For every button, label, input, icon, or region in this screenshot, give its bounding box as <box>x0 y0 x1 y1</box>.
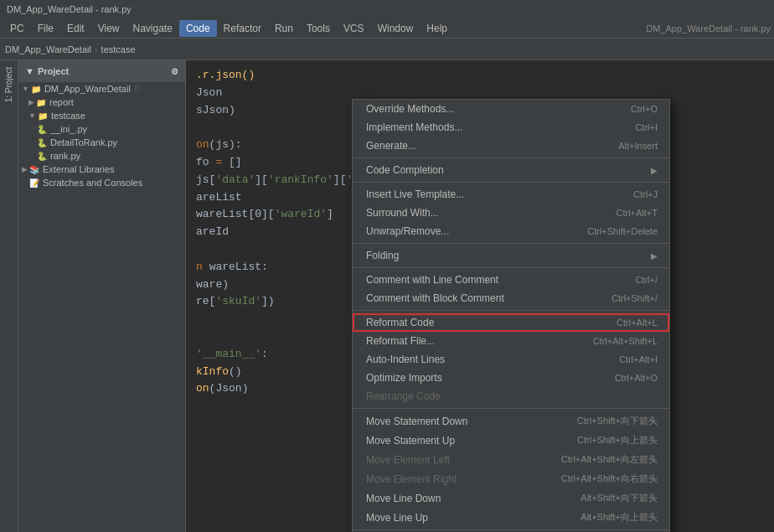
menu-generate[interactable]: Generate... Alt+Insert <box>353 137 669 155</box>
sep4 <box>353 267 669 268</box>
sidebar-tab-label[interactable]: 1: Project <box>3 64 15 106</box>
tree-label-report: report <box>49 97 74 107</box>
sep6 <box>353 408 669 409</box>
menu-code-completion[interactable]: Code Completion ▶ <box>353 161 669 179</box>
tree-label-extlibs: External Libraries <box>43 164 115 174</box>
menu-auto-indent[interactable]: Auto-Indent Lines Ctrl+Alt+I <box>353 350 669 369</box>
breadcrumb-bar: DM_App_WareDetail › testcase <box>0 39 774 60</box>
breadcrumb-part1[interactable]: DM_App_WareDetail <box>5 44 91 54</box>
tree-label-ini: __ini_.py <box>50 124 87 134</box>
sep5 <box>353 310 669 311</box>
menu-navigate[interactable]: Navigate <box>126 20 179 37</box>
tree-label-scratches: Scratches and Consoles <box>43 178 142 188</box>
breadcrumb-part2[interactable]: testcase <box>101 44 136 54</box>
sidebar-tab[interactable]: 1: Project <box>0 60 18 532</box>
menu-folding[interactable]: Folding ▶ <box>353 246 669 265</box>
menu-vcs[interactable]: VCS <box>337 20 371 37</box>
menu-insert-live-template[interactable]: Insert Live Template... Ctrl+J <box>353 185 669 204</box>
tree-item-root[interactable]: ▼ 📁 DM_App_WareDetail D <box>18 82 185 96</box>
menu-code[interactable]: Code <box>179 20 217 37</box>
panel-options[interactable]: ⚙ <box>171 67 178 76</box>
menu-move-elem-left: Move Element Left Ctrl+Alt+Shift+向左箭头 <box>353 450 669 469</box>
menu-refactor[interactable]: Refactor <box>217 20 268 37</box>
tree-label-detailtorank: DetailToRank.py <box>50 137 117 147</box>
sep2 <box>353 182 669 183</box>
title-bar: DM_App_WareDetail - rank.py <box>0 0 774 18</box>
tree-item-rank[interactable]: 🐍 rank.py <box>18 149 185 163</box>
menu-bar: PC File Edit View Navigate Code Refactor… <box>0 18 774 39</box>
menu-unwrap-remove[interactable]: Unwrap/Remove... Ctrl+Shift+Delete <box>353 222 669 240</box>
sep3 <box>353 243 669 244</box>
menu-move-stmt-up[interactable]: Move Statement Up Ctrl+Shift+向上箭头 <box>353 431 669 450</box>
tree-item-testcase[interactable]: ▼ 📁 testcase <box>18 109 185 122</box>
window-title: DM_App_WareDetail - rank.py <box>454 23 771 34</box>
menu-move-line-down[interactable]: Move Line Down Alt+Shift+向下箭头 <box>353 488 669 508</box>
tree-label-rank: rank.py <box>50 151 80 161</box>
menu-edit[interactable]: Edit <box>60 20 91 37</box>
tree-label-testcase: testcase <box>51 111 85 121</box>
project-panel: ▼ Project ⚙ ▼ 📁 DM_App_WareDetail D ▶ 📁 … <box>18 60 186 532</box>
tree-label-root: DM_App_WareDetail <box>44 84 131 94</box>
panel-title: Project <box>38 66 69 76</box>
tree-item-ini[interactable]: 🐍 __ini_.py <box>18 122 185 136</box>
menu-run[interactable]: Run <box>268 20 300 37</box>
menu-optimize-imports[interactable]: Optimize Imports Ctrl+Alt+O <box>353 369 669 387</box>
panel-arrow: ▼ <box>25 66 34 76</box>
menu-pc[interactable]: PC <box>3 20 31 37</box>
editor-area[interactable]: .r.json() Json sJson) on(js): fo = [] js… <box>186 60 774 532</box>
tree-label-root-suffix: D <box>134 85 140 94</box>
menu-comment-block[interactable]: Comment with Block Comment Ctrl+Shift+/ <box>353 289 669 307</box>
menu-override-methods[interactable]: Override Methods... Ctrl+O <box>353 100 669 118</box>
tree-item-extlibs[interactable]: ▶ 📚 External Libraries <box>18 163 185 176</box>
menu-file[interactable]: File <box>31 20 60 37</box>
menu-rearrange-code: Rearrange Code <box>353 387 669 405</box>
menu-move-stmt-down[interactable]: Move Statement Down Ctrl+Shift+向下箭头 <box>353 411 669 431</box>
main-area: 1: Project ▼ Project ⚙ ▼ 📁 DM_App_WareDe… <box>0 60 774 532</box>
menu-window[interactable]: Window <box>371 20 421 37</box>
tree-item-detailtorank[interactable]: 🐍 DetailToRank.py <box>18 136 185 149</box>
menu-surround-with[interactable]: Surround With... Ctrl+Alt+T <box>353 204 669 222</box>
dropdown-menu: Override Methods... Ctrl+O Implement Met… <box>352 99 670 532</box>
tree-item-report[interactable]: ▶ 📁 report <box>18 96 185 109</box>
breadcrumb-sep1: › <box>95 44 98 54</box>
tree-item-scratches[interactable]: ▶ 📝 Scratches and Consoles <box>18 176 185 189</box>
menu-help[interactable]: Help <box>420 20 454 37</box>
menu-reformat-code[interactable]: Reformat Code Ctrl+Alt+L <box>353 313 669 332</box>
code-line-1: .r.json() <box>196 67 764 85</box>
menu-view[interactable]: View <box>91 20 126 37</box>
menu-tools[interactable]: Tools <box>300 20 337 37</box>
menu-reformat-file[interactable]: Reformat File... Ctrl+Alt+Shift+L <box>353 332 669 350</box>
sep1 <box>353 158 669 158</box>
menu-move-elem-right: Move Element Right Ctrl+Alt+Shift+向右箭头 <box>353 469 669 488</box>
menu-implement-methods[interactable]: Implement Methods... Ctrl+I <box>353 118 669 137</box>
menu-comment-line[interactable]: Comment with Line Comment Ctrl+/ <box>353 271 669 289</box>
menu-move-line-up[interactable]: Move Line Up Alt+Shift+向上箭头 <box>353 508 669 527</box>
title-text: DM_App_WareDetail - rank.py <box>7 4 132 14</box>
panel-header: ▼ Project ⚙ <box>18 60 185 82</box>
sep7 <box>353 529 669 530</box>
